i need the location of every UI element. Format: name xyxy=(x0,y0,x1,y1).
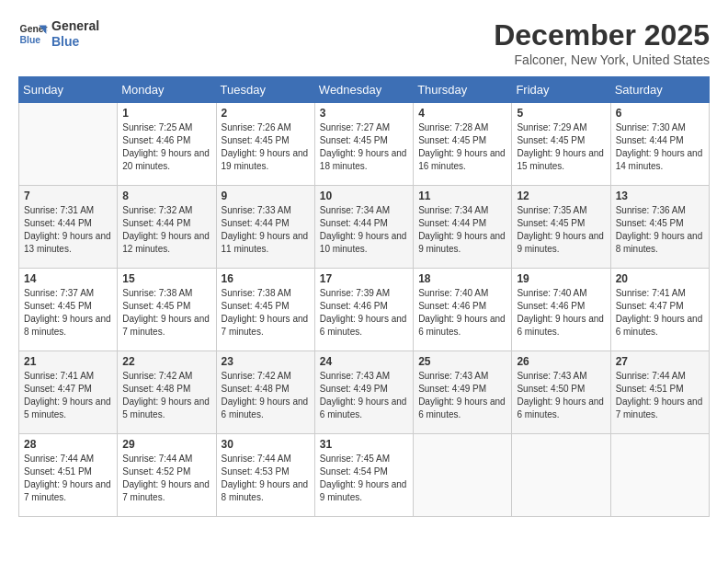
day-cell: 7 Sunrise: 7:31 AMSunset: 4:44 PMDayligh… xyxy=(19,186,118,269)
day-info: Sunrise: 7:41 AMSunset: 4:47 PMDaylight:… xyxy=(24,370,112,421)
day-cell: 13 Sunrise: 7:36 AMSunset: 4:45 PMDaylig… xyxy=(610,186,709,269)
day-number: 23 xyxy=(222,355,310,368)
day-number: 6 xyxy=(616,107,704,120)
day-number: 13 xyxy=(616,190,704,202)
day-cell: 27 Sunrise: 7:44 AMSunset: 4:51 PMDaylig… xyxy=(610,351,709,434)
day-number: 1 xyxy=(122,107,210,120)
day-info: Sunrise: 7:25 AMSunset: 4:46 PMDaylight:… xyxy=(122,121,210,173)
day-number: 17 xyxy=(320,272,408,285)
day-number: 31 xyxy=(320,438,408,451)
day-cell: 24 Sunrise: 7:43 AMSunset: 4:49 PMDaylig… xyxy=(314,351,413,434)
day-number: 18 xyxy=(418,272,506,285)
day-info: Sunrise: 7:41 AMSunset: 4:47 PMDaylight:… xyxy=(616,287,704,339)
day-cell: 25 Sunrise: 7:43 AMSunset: 4:49 PMDaylig… xyxy=(414,351,512,434)
day-cell xyxy=(414,434,512,517)
day-info: Sunrise: 7:27 AMSunset: 4:45 PMDaylight:… xyxy=(320,121,408,173)
day-cell: 6 Sunrise: 7:30 AMSunset: 4:44 PMDayligh… xyxy=(610,103,709,186)
day-cell: 30 Sunrise: 7:44 AMSunset: 4:53 PMDaylig… xyxy=(216,434,314,517)
day-number: 29 xyxy=(122,438,210,451)
day-info: Sunrise: 7:42 AMSunset: 4:48 PMDaylight:… xyxy=(222,370,310,421)
day-info: Sunrise: 7:26 AMSunset: 4:45 PMDaylight:… xyxy=(222,121,310,173)
day-number: 8 xyxy=(122,190,210,202)
day-info: Sunrise: 7:43 AMSunset: 4:49 PMDaylight:… xyxy=(418,370,506,421)
day-number: 10 xyxy=(320,190,408,202)
day-cell: 23 Sunrise: 7:42 AMSunset: 4:48 PMDaylig… xyxy=(216,351,314,434)
day-cell: 17 Sunrise: 7:39 AMSunset: 4:46 PMDaylig… xyxy=(314,269,413,351)
week-row-4: 28 Sunrise: 7:44 AMSunset: 4:51 PMDaylig… xyxy=(19,434,710,517)
day-cell: 20 Sunrise: 7:41 AMSunset: 4:47 PMDaylig… xyxy=(610,269,709,351)
week-row-1: 7 Sunrise: 7:31 AMSunset: 4:44 PMDayligh… xyxy=(19,186,710,269)
day-info: Sunrise: 7:28 AMSunset: 4:45 PMDaylight:… xyxy=(418,121,506,173)
title-block: December 2025 Falconer, New York, United… xyxy=(494,18,710,67)
day-number: 14 xyxy=(24,272,112,285)
day-cell: 22 Sunrise: 7:42 AMSunset: 4:48 PMDaylig… xyxy=(118,351,216,434)
day-cell: 21 Sunrise: 7:41 AMSunset: 4:47 PMDaylig… xyxy=(19,351,118,434)
day-cell: 26 Sunrise: 7:43 AMSunset: 4:50 PMDaylig… xyxy=(512,351,610,434)
day-info: Sunrise: 7:44 AMSunset: 4:51 PMDaylight:… xyxy=(24,453,112,504)
day-cell: 14 Sunrise: 7:37 AMSunset: 4:45 PMDaylig… xyxy=(19,269,118,351)
day-number: 2 xyxy=(222,107,310,120)
col-monday: Monday xyxy=(118,77,216,103)
day-info: Sunrise: 7:31 AMSunset: 4:44 PMDaylight:… xyxy=(24,204,112,256)
day-number: 5 xyxy=(517,107,605,120)
day-number: 9 xyxy=(222,190,310,202)
day-info: Sunrise: 7:44 AMSunset: 4:51 PMDaylight:… xyxy=(616,370,704,421)
day-info: Sunrise: 7:33 AMSunset: 4:44 PMDaylight:… xyxy=(222,204,310,256)
logo: General Blue General Blue xyxy=(18,18,99,50)
day-cell: 1 Sunrise: 7:25 AMSunset: 4:46 PMDayligh… xyxy=(118,103,216,186)
col-tuesday: Tuesday xyxy=(216,77,314,103)
calendar-subtitle: Falconer, New York, United States xyxy=(494,52,710,67)
day-cell: 2 Sunrise: 7:26 AMSunset: 4:45 PMDayligh… xyxy=(216,103,314,186)
day-info: Sunrise: 7:40 AMSunset: 4:46 PMDaylight:… xyxy=(517,287,605,339)
col-thursday: Thursday xyxy=(414,77,512,103)
day-cell: 5 Sunrise: 7:29 AMSunset: 4:45 PMDayligh… xyxy=(512,103,610,186)
day-cell xyxy=(610,434,709,517)
day-cell: 15 Sunrise: 7:38 AMSunset: 4:45 PMDaylig… xyxy=(118,269,216,351)
calendar-title: December 2025 xyxy=(494,18,710,52)
day-number: 21 xyxy=(24,355,112,368)
header-row: Sunday Monday Tuesday Wednesday Thursday… xyxy=(19,77,710,103)
day-info: Sunrise: 7:43 AMSunset: 4:50 PMDaylight:… xyxy=(517,370,605,421)
col-sunday: Sunday xyxy=(19,77,118,103)
svg-text:Blue: Blue xyxy=(20,34,41,44)
day-cell: 19 Sunrise: 7:40 AMSunset: 4:46 PMDaylig… xyxy=(512,269,610,351)
day-number: 30 xyxy=(222,438,310,451)
day-info: Sunrise: 7:34 AMSunset: 4:44 PMDaylight:… xyxy=(320,204,408,256)
day-cell: 18 Sunrise: 7:40 AMSunset: 4:46 PMDaylig… xyxy=(414,269,512,351)
day-cell: 9 Sunrise: 7:33 AMSunset: 4:44 PMDayligh… xyxy=(216,186,314,269)
day-cell: 8 Sunrise: 7:32 AMSunset: 4:44 PMDayligh… xyxy=(118,186,216,269)
day-info: Sunrise: 7:45 AMSunset: 4:54 PMDaylight:… xyxy=(320,453,408,504)
logo-icon: General Blue xyxy=(18,19,48,49)
day-number: 7 xyxy=(24,190,112,202)
day-cell: 28 Sunrise: 7:44 AMSunset: 4:51 PMDaylig… xyxy=(19,434,118,517)
day-number: 4 xyxy=(418,107,506,120)
day-info: Sunrise: 7:38 AMSunset: 4:45 PMDaylight:… xyxy=(222,287,310,339)
day-cell: 11 Sunrise: 7:34 AMSunset: 4:44 PMDaylig… xyxy=(414,186,512,269)
day-number: 26 xyxy=(517,355,605,368)
day-info: Sunrise: 7:35 AMSunset: 4:45 PMDaylight:… xyxy=(517,204,605,256)
day-info: Sunrise: 7:38 AMSunset: 4:45 PMDaylight:… xyxy=(122,287,210,339)
day-number: 15 xyxy=(122,272,210,285)
day-cell: 12 Sunrise: 7:35 AMSunset: 4:45 PMDaylig… xyxy=(512,186,610,269)
day-number: 20 xyxy=(616,272,704,285)
day-number: 27 xyxy=(616,355,704,368)
day-cell xyxy=(512,434,610,517)
day-info: Sunrise: 7:40 AMSunset: 4:46 PMDaylight:… xyxy=(418,287,506,339)
day-cell: 4 Sunrise: 7:28 AMSunset: 4:45 PMDayligh… xyxy=(414,103,512,186)
day-number: 11 xyxy=(418,190,506,202)
day-cell: 10 Sunrise: 7:34 AMSunset: 4:44 PMDaylig… xyxy=(314,186,413,269)
day-info: Sunrise: 7:30 AMSunset: 4:44 PMDaylight:… xyxy=(616,121,704,173)
day-info: Sunrise: 7:43 AMSunset: 4:49 PMDaylight:… xyxy=(320,370,408,421)
col-wednesday: Wednesday xyxy=(314,77,413,103)
day-info: Sunrise: 7:37 AMSunset: 4:45 PMDaylight:… xyxy=(24,287,112,339)
day-info: Sunrise: 7:34 AMSunset: 4:44 PMDaylight:… xyxy=(418,204,506,256)
day-info: Sunrise: 7:44 AMSunset: 4:52 PMDaylight:… xyxy=(122,453,210,504)
day-cell: 31 Sunrise: 7:45 AMSunset: 4:54 PMDaylig… xyxy=(314,434,413,517)
week-row-2: 14 Sunrise: 7:37 AMSunset: 4:45 PMDaylig… xyxy=(19,269,710,351)
day-info: Sunrise: 7:36 AMSunset: 4:45 PMDaylight:… xyxy=(616,204,704,256)
day-info: Sunrise: 7:44 AMSunset: 4:53 PMDaylight:… xyxy=(222,453,310,504)
day-info: Sunrise: 7:32 AMSunset: 4:44 PMDaylight:… xyxy=(122,204,210,256)
day-info: Sunrise: 7:39 AMSunset: 4:46 PMDaylight:… xyxy=(320,287,408,339)
week-row-0: 1 Sunrise: 7:25 AMSunset: 4:46 PMDayligh… xyxy=(19,103,710,186)
col-friday: Friday xyxy=(512,77,610,103)
